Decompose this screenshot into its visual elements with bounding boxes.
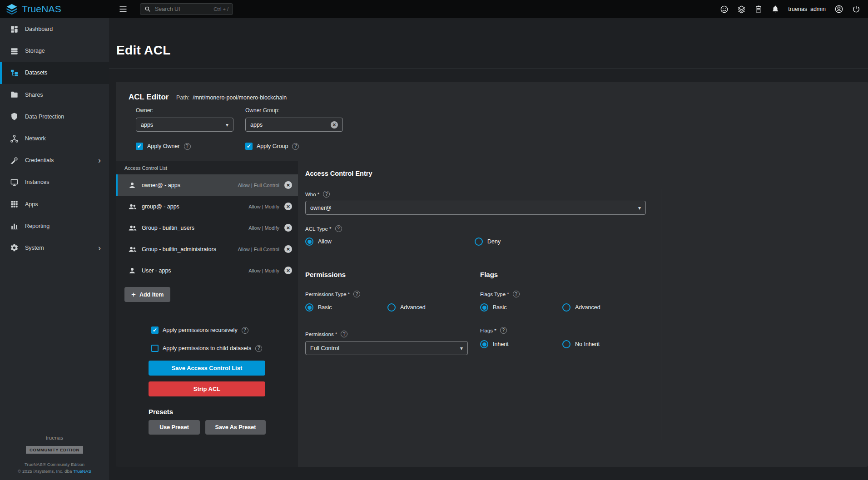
apply-group-checkbox-row[interactable]: ✓ Apply Group ? xyxy=(245,143,299,150)
people-icon xyxy=(128,223,137,233)
who-select[interactable]: owner@ ▾ xyxy=(305,201,646,215)
search-box[interactable]: Ctrl + / xyxy=(140,3,233,15)
apply-owner-label: Apply Owner xyxy=(147,143,180,149)
jobs-clipboard-icon[interactable] xyxy=(754,5,763,13)
sidebar-item-network[interactable]: Network › xyxy=(0,128,109,149)
save-acl-button[interactable]: Save Access Control List xyxy=(149,361,265,376)
caret-down-icon: ▾ xyxy=(460,345,463,351)
save-as-preset-button[interactable]: Save As Preset xyxy=(205,420,266,435)
acl-entry-permission: Allow | Full Control xyxy=(238,247,280,252)
clear-icon[interactable]: × xyxy=(331,121,338,129)
person-icon xyxy=(128,181,137,189)
path-label: Path: xyxy=(176,94,189,101)
sidebar-item-system[interactable]: System › xyxy=(0,237,109,259)
child-datasets-checkbox-row[interactable]: ✓ Apply permissions to child datasets ? xyxy=(151,345,262,352)
alerts-bell-icon[interactable] xyxy=(771,5,779,13)
owner-select[interactable]: apps ▾ xyxy=(136,118,233,132)
help-icon[interactable]: ? xyxy=(323,191,330,198)
help-icon[interactable]: ? xyxy=(292,143,299,150)
acl-entry-owner-apps[interactable]: owner@ - apps Allow | Full Control × xyxy=(116,174,298,196)
add-item-label: Add Item xyxy=(139,292,164,298)
sidebar-item-label: Storage xyxy=(25,48,45,54)
truenas-logo-mark-icon xyxy=(6,3,18,15)
use-preset-button[interactable]: Use Preset xyxy=(149,420,200,435)
sidebar-item-dashboard[interactable]: Dashboard › xyxy=(0,18,109,40)
radio-option-label: Advanced xyxy=(400,304,426,311)
permissions-type-radio-group: Basic Advanced xyxy=(305,303,470,312)
radio-option-allow[interactable]: Allow xyxy=(305,238,475,246)
ace-heading: Access Control Entry xyxy=(305,170,372,177)
apply-owner-checkbox-row[interactable]: ✓ Apply Owner ? xyxy=(136,143,191,150)
radio-option-advanced[interactable]: Advanced xyxy=(387,303,470,312)
remove-entry-icon[interactable]: × xyxy=(284,203,292,210)
sidebar-item-apps[interactable]: Apps › xyxy=(0,193,109,215)
page-title: Edit ACL xyxy=(116,43,171,58)
radio-option-basic[interactable]: Basic xyxy=(480,303,562,312)
check-icon: ✓ xyxy=(247,144,251,149)
sidebar-item-storage[interactable]: Storage › xyxy=(0,40,109,62)
preset-buttons: Use Preset Save As Preset xyxy=(149,420,266,435)
acl-entry-group-apps[interactable]: group@ - apps Allow | Modify × xyxy=(116,196,298,217)
sidebar-item-shares[interactable]: Shares › xyxy=(0,84,109,106)
acl-entry-group-builtin-administrators[interactable]: Group - builtin_administrators Allow | F… xyxy=(116,238,298,260)
recursive-checkbox-row[interactable]: ✓ Apply permissions recursively ? xyxy=(151,327,248,334)
recursive-checkbox[interactable]: ✓ xyxy=(151,327,159,334)
power-icon[interactable] xyxy=(852,5,860,13)
strip-acl-button[interactable]: Strip ACL xyxy=(149,381,265,396)
sidebar-item-data-protection[interactable]: Data Protection › xyxy=(0,106,109,128)
radio-option-advanced[interactable]: Advanced xyxy=(562,303,645,312)
radio-option-inherit[interactable]: Inherit xyxy=(480,340,562,348)
acl-entry-user-apps[interactable]: User - apps Allow | Modify × xyxy=(116,260,298,281)
truenas-logo[interactable]: TrueNAS xyxy=(0,3,109,15)
radio-icon xyxy=(480,303,488,312)
sidebar-item-reporting[interactable]: Reporting › xyxy=(0,215,109,237)
edition-badge: COMMUNITY EDITION xyxy=(26,446,83,454)
remove-entry-icon[interactable]: × xyxy=(284,224,292,232)
apply-owner-checkbox[interactable]: ✓ xyxy=(136,143,143,150)
radio-option-no-inherit[interactable]: No Inherit xyxy=(562,340,645,348)
add-item-button[interactable]: + Add Item xyxy=(124,287,170,302)
child-datasets-checkbox[interactable]: ✓ xyxy=(151,345,159,352)
who-value: owner@ xyxy=(310,205,332,211)
menu-icon[interactable] xyxy=(119,5,128,14)
who-label: Who * xyxy=(305,192,319,197)
check-icon: ✓ xyxy=(153,327,157,333)
acl-entry-permission: Allow | Modify xyxy=(248,225,279,231)
sidebar-item-label: Network xyxy=(25,135,46,142)
reporting-icon xyxy=(10,222,19,230)
footer-copyright-text: © 2025 iXsystems, Inc. dba TrueNAS xyxy=(0,469,109,474)
owner-group-input[interactable]: apps × xyxy=(245,118,343,132)
account-icon[interactable] xyxy=(834,5,843,14)
flags-type-label-row: Flags Type * ? xyxy=(480,291,520,297)
help-icon[interactable]: ? xyxy=(513,291,520,297)
help-icon[interactable]: ? xyxy=(184,143,191,150)
search-input[interactable] xyxy=(154,5,210,13)
flags-label-row: Flags * ? xyxy=(480,327,507,334)
radio-option-basic[interactable]: Basic xyxy=(305,303,387,312)
acl-entry-group-builtin-users[interactable]: Group - builtin_users Allow | Modify × xyxy=(116,217,298,238)
radio-option-deny[interactable]: Deny xyxy=(475,238,644,246)
sidebar-item-label: System xyxy=(25,245,44,251)
radio-icon xyxy=(480,340,488,348)
feedback-smiley-icon[interactable] xyxy=(720,5,729,14)
who-label-row: Who * ? xyxy=(305,191,330,198)
sidebar-item-datasets[interactable]: Datasets › xyxy=(0,62,109,84)
remove-entry-icon[interactable]: × xyxy=(284,245,292,253)
footer-truenas-link[interactable]: TrueNAS xyxy=(73,469,91,474)
remove-entry-icon[interactable]: × xyxy=(284,181,292,189)
acl-entry-name: Group - builtin_administrators xyxy=(142,246,216,252)
presets-heading: Presets xyxy=(149,408,173,416)
help-icon[interactable]: ? xyxy=(341,331,347,337)
apply-group-checkbox[interactable]: ✓ xyxy=(245,143,253,150)
help-icon[interactable]: ? xyxy=(500,327,507,334)
help-icon[interactable]: ? xyxy=(353,291,360,297)
help-icon[interactable]: ? xyxy=(335,225,342,232)
layers-icon[interactable] xyxy=(737,5,746,14)
permissions-select[interactable]: Full Control ▾ xyxy=(305,341,468,355)
acl-entry-name: group@ - apps xyxy=(142,203,179,210)
help-icon[interactable]: ? xyxy=(255,345,262,352)
sidebar-item-instances[interactable]: Instances › xyxy=(0,171,109,193)
help-icon[interactable]: ? xyxy=(242,327,248,334)
sidebar-item-credentials[interactable]: Credentials › xyxy=(0,149,109,171)
remove-entry-icon[interactable]: × xyxy=(284,267,292,274)
